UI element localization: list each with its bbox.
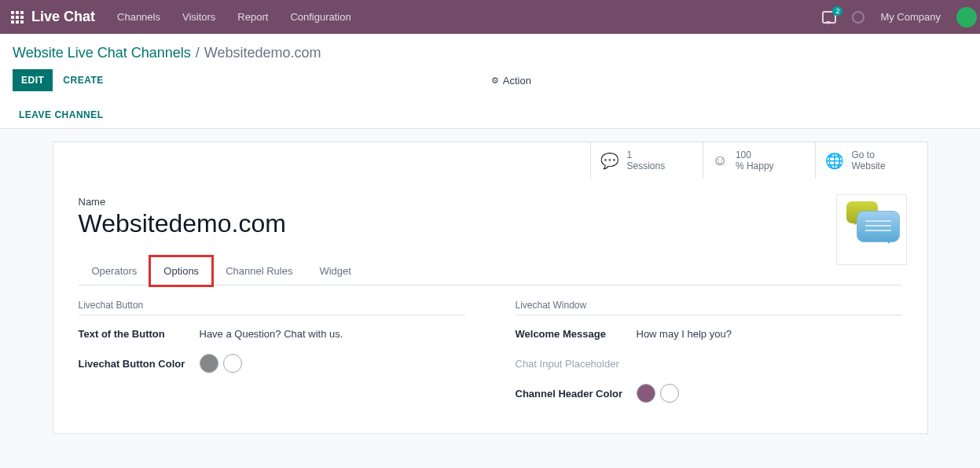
- user-avatar[interactable]: [956, 7, 977, 28]
- breadcrumb-current: Websitedemo.com: [204, 45, 321, 61]
- messaging-badge: 2: [832, 6, 842, 16]
- tab-operators[interactable]: Operators: [79, 256, 151, 286]
- menu-report[interactable]: Report: [237, 11, 268, 23]
- action-label: Action: [503, 75, 531, 87]
- apps-icon[interactable]: [11, 11, 24, 24]
- top-menu: Channels Visitors Report Configuration: [117, 11, 351, 23]
- goto-website-button[interactable]: 🌐 Go to Website: [815, 142, 927, 179]
- stat-buttons: 💬 1 Sessions ☺ 100 % Happy 🌐 Go to Websi…: [53, 142, 927, 179]
- activities-icon[interactable]: [852, 11, 864, 24]
- button-color-reset[interactable]: [223, 354, 242, 373]
- sessions-stat-button[interactable]: 💬 1 Sessions: [590, 142, 703, 179]
- text-of-button-value: Have a Question? Chat with us.: [200, 328, 343, 340]
- channel-name: Websitedemo.com: [79, 209, 902, 238]
- messaging-icon[interactable]: 2: [822, 11, 836, 24]
- options-pane: Livechat Button Text of the Button Have …: [79, 300, 902, 413]
- gear-icon: ⚙: [491, 76, 499, 86]
- header-color-label: Channel Header Color: [516, 388, 637, 400]
- button-color-swatch[interactable]: [200, 354, 218, 373]
- breadcrumb: Website Live Chat Channels/Websitedemo.c…: [0, 34, 980, 66]
- menu-channels[interactable]: Channels: [117, 11, 160, 23]
- comments-icon: 💬: [600, 152, 619, 170]
- text-of-button-label: Text of the Button: [79, 328, 200, 340]
- create-button[interactable]: CREATE: [53, 69, 113, 91]
- button-color-label: Livechat Button Color: [79, 358, 200, 370]
- happy-stat-button[interactable]: ☺ 100 % Happy: [703, 142, 815, 179]
- chat-placeholder-label: Chat Input Placeholder: [516, 358, 637, 370]
- globe-icon: 🌐: [825, 152, 844, 170]
- tab-options[interactable]: Options: [150, 256, 212, 286]
- toolbar: EDIT CREATE ⚙ Action: [0, 66, 980, 101]
- leave-channel-button[interactable]: LEAVE CHANNEL: [19, 109, 104, 120]
- form-card: 💬 1 Sessions ☺ 100 % Happy 🌐 Go to Websi…: [53, 142, 928, 434]
- tabs: Operators Options Channel Rules Widget: [79, 256, 902, 286]
- welcome-message-label: Welcome Message: [516, 328, 637, 340]
- livechat-window-section: Livechat Window: [516, 300, 902, 315]
- smile-icon: ☺: [713, 152, 728, 169]
- header-color-swatch[interactable]: [637, 384, 655, 403]
- action-dropdown[interactable]: ⚙ Action: [491, 75, 531, 87]
- menu-configuration[interactable]: Configuration: [290, 11, 351, 23]
- statusbar: LEAVE CHANNEL: [0, 101, 980, 129]
- edit-button[interactable]: EDIT: [13, 69, 53, 91]
- tab-channel-rules[interactable]: Channel Rules: [212, 256, 306, 286]
- app-brand[interactable]: Live Chat: [31, 9, 95, 25]
- breadcrumb-parent[interactable]: Website Live Chat Channels: [13, 45, 191, 61]
- channel-image[interactable]: [836, 194, 907, 265]
- livechat-button-section: Livechat Button: [79, 300, 465, 315]
- menu-visitors[interactable]: Visitors: [182, 11, 215, 23]
- company-switcher[interactable]: My Company: [880, 11, 941, 23]
- welcome-message-value: How may I help you?: [637, 328, 732, 340]
- top-nav: Live Chat Channels Visitors Report Confi…: [0, 0, 980, 34]
- name-label: Name: [79, 196, 902, 208]
- header-color-reset[interactable]: [660, 384, 679, 403]
- tab-widget[interactable]: Widget: [306, 256, 364, 286]
